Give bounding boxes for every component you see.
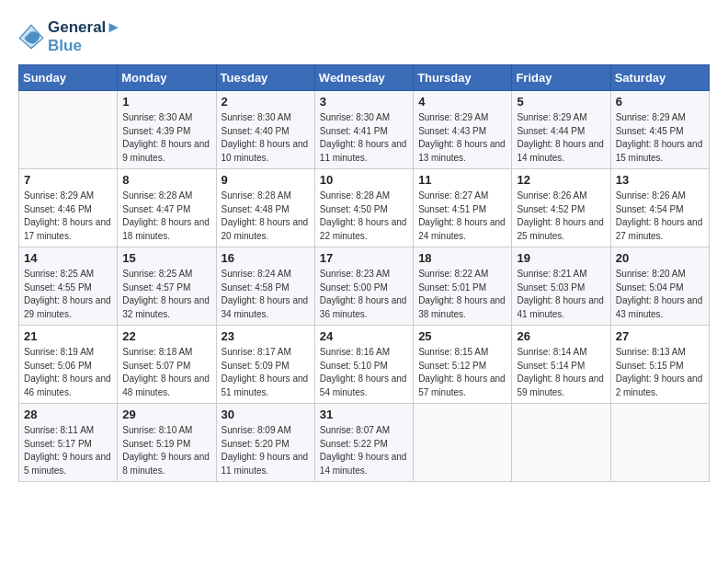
day-cell — [19, 91, 118, 169]
day-cell: 10 Sunrise: 8:28 AM Sunset: 4:50 PM Dayl… — [314, 169, 413, 247]
sunrise-label: Sunrise: 8:28 AM — [320, 190, 390, 201]
daylight-label: Daylight: 8 hours and 10 minutes. — [222, 139, 309, 163]
sunset-label: Sunset: 4:41 PM — [320, 126, 388, 136]
sunset-label: Sunset: 5:12 PM — [418, 361, 486, 371]
day-number: 24 — [320, 329, 408, 343]
sunrise-label: Sunrise: 8:10 AM — [122, 425, 192, 435]
sunset-label: Sunset: 5:22 PM — [320, 439, 388, 449]
day-detail: Sunrise: 8:26 AM Sunset: 4:52 PM Dayligh… — [517, 190, 605, 243]
day-cell: 25 Sunrise: 8:15 AM Sunset: 5:12 PM Dayl… — [414, 326, 512, 404]
week-row-5: 28 Sunrise: 8:11 AM Sunset: 5:17 PM Dayl… — [19, 404, 710, 482]
day-detail: Sunrise: 8:28 AM Sunset: 4:50 PM Dayligh… — [320, 190, 408, 243]
day-detail: Sunrise: 8:14 AM Sunset: 5:14 PM Dayligh… — [517, 346, 605, 399]
sunrise-label: Sunrise: 8:30 AM — [320, 112, 390, 122]
daylight-label: Daylight: 9 hours and 8 minutes. — [122, 452, 210, 476]
day-cell: 23 Sunrise: 8:17 AM Sunset: 5:09 PM Dayl… — [216, 326, 314, 404]
day-cell: 31 Sunrise: 8:07 AM Sunset: 5:22 PM Dayl… — [314, 404, 413, 482]
day-detail: Sunrise: 8:25 AM Sunset: 4:57 PM Dayligh… — [122, 268, 210, 321]
day-cell: 4 Sunrise: 8:29 AM Sunset: 4:43 PM Dayli… — [414, 91, 512, 169]
daylight-label: Daylight: 8 hours and 34 minutes. — [222, 295, 309, 319]
day-cell: 5 Sunrise: 8:29 AM Sunset: 4:44 PM Dayli… — [512, 91, 610, 169]
sunset-label: Sunset: 5:14 PM — [517, 361, 585, 371]
sunset-label: Sunset: 4:58 PM — [222, 282, 290, 293]
header-sunday: Sunday — [19, 65, 118, 91]
daylight-label: Daylight: 8 hours and 32 minutes. — [122, 295, 210, 319]
day-detail: Sunrise: 8:28 AM Sunset: 4:48 PM Dayligh… — [222, 190, 310, 243]
daylight-label: Daylight: 9 hours and 14 minutes. — [320, 452, 407, 476]
sunrise-label: Sunrise: 8:30 AM — [122, 112, 192, 122]
day-detail: Sunrise: 8:29 AM Sunset: 4:45 PM Dayligh… — [616, 111, 704, 165]
sunrise-label: Sunrise: 8:26 AM — [616, 190, 686, 201]
daylight-label: Daylight: 8 hours and 13 minutes. — [418, 139, 506, 163]
day-detail: Sunrise: 8:30 AM Sunset: 4:39 PM Dayligh… — [122, 111, 210, 165]
day-cell: 19 Sunrise: 8:21 AM Sunset: 5:03 PM Dayl… — [512, 247, 610, 326]
day-cell: 20 Sunrise: 8:20 AM Sunset: 5:04 PM Dayl… — [610, 247, 709, 326]
daylight-label: Daylight: 8 hours and 20 minutes. — [222, 217, 309, 241]
sunrise-label: Sunrise: 8:14 AM — [517, 347, 586, 357]
day-detail: Sunrise: 8:13 AM Sunset: 5:15 PM Dayligh… — [616, 346, 704, 399]
day-cell: 8 Sunrise: 8:28 AM Sunset: 4:47 PM Dayli… — [118, 169, 216, 247]
day-detail: Sunrise: 8:27 AM Sunset: 4:51 PM Dayligh… — [418, 190, 506, 243]
day-number: 10 — [320, 173, 408, 187]
sunset-label: Sunset: 5:07 PM — [122, 361, 190, 371]
sunrise-label: Sunrise: 8:09 AM — [222, 425, 291, 435]
day-cell: 18 Sunrise: 8:22 AM Sunset: 5:01 PM Dayl… — [414, 247, 512, 326]
day-number: 31 — [320, 408, 408, 421]
sunset-label: Sunset: 5:04 PM — [616, 282, 684, 293]
day-detail: Sunrise: 8:19 AM Sunset: 5:06 PM Dayligh… — [24, 346, 112, 399]
day-cell: 24 Sunrise: 8:16 AM Sunset: 5:10 PM Dayl… — [314, 326, 413, 404]
sunrise-label: Sunrise: 8:22 AM — [418, 269, 488, 279]
week-row-2: 7 Sunrise: 8:29 AM Sunset: 4:46 PM Dayli… — [19, 169, 710, 247]
day-detail: Sunrise: 8:10 AM Sunset: 5:19 PM Dayligh… — [122, 424, 210, 477]
daylight-label: Daylight: 8 hours and 46 minutes. — [24, 373, 111, 397]
day-cell: 2 Sunrise: 8:30 AM Sunset: 4:40 PM Dayli… — [216, 91, 314, 169]
daylight-label: Daylight: 8 hours and 59 minutes. — [517, 373, 604, 397]
logo-icon — [18, 24, 44, 50]
sunrise-label: Sunrise: 8:19 AM — [24, 347, 94, 357]
day-detail: Sunrise: 8:21 AM Sunset: 5:03 PM Dayligh… — [517, 268, 605, 321]
day-cell — [414, 404, 512, 482]
sunrise-label: Sunrise: 8:13 AM — [616, 347, 686, 357]
sunset-label: Sunset: 5:10 PM — [320, 361, 388, 371]
sunset-label: Sunset: 4:40 PM — [222, 126, 290, 136]
sunset-label: Sunset: 4:57 PM — [122, 282, 190, 293]
daylight-label: Daylight: 8 hours and 48 minutes. — [122, 373, 210, 397]
sunset-label: Sunset: 5:09 PM — [222, 361, 290, 371]
sunrise-label: Sunrise: 8:07 AM — [320, 425, 390, 435]
daylight-label: Daylight: 8 hours and 36 minutes. — [320, 295, 407, 319]
day-number: 20 — [616, 251, 704, 265]
sunset-label: Sunset: 5:17 PM — [24, 439, 92, 449]
sunrise-label: Sunrise: 8:11 AM — [24, 425, 94, 435]
day-cell: 15 Sunrise: 8:25 AM Sunset: 4:57 PM Dayl… — [118, 247, 216, 326]
day-cell: 9 Sunrise: 8:28 AM Sunset: 4:48 PM Dayli… — [216, 169, 314, 247]
day-number: 12 — [517, 173, 605, 187]
day-number: 29 — [122, 408, 210, 421]
day-detail: Sunrise: 8:11 AM Sunset: 5:17 PM Dayligh… — [24, 424, 112, 477]
day-cell: 30 Sunrise: 8:09 AM Sunset: 5:20 PM Dayl… — [216, 404, 314, 482]
day-number: 21 — [24, 329, 112, 343]
sunset-label: Sunset: 5:00 PM — [320, 282, 388, 293]
day-number: 18 — [418, 251, 506, 265]
sunset-label: Sunset: 4:39 PM — [122, 126, 190, 136]
day-number: 23 — [222, 329, 310, 343]
sunset-label: Sunset: 4:44 PM — [517, 126, 585, 136]
day-cell: 28 Sunrise: 8:11 AM Sunset: 5:17 PM Dayl… — [19, 404, 118, 482]
day-detail: Sunrise: 8:25 AM Sunset: 4:55 PM Dayligh… — [24, 268, 112, 321]
daylight-label: Daylight: 8 hours and 38 minutes. — [418, 295, 506, 319]
sunrise-label: Sunrise: 8:29 AM — [418, 112, 488, 122]
day-number: 26 — [517, 329, 605, 343]
sunset-label: Sunset: 5:06 PM — [24, 361, 92, 371]
day-detail: Sunrise: 8:29 AM Sunset: 4:46 PM Dayligh… — [24, 190, 112, 243]
sunset-label: Sunset: 4:43 PM — [418, 126, 486, 136]
day-number: 30 — [222, 408, 310, 421]
day-detail: Sunrise: 8:24 AM Sunset: 4:58 PM Dayligh… — [222, 268, 310, 321]
sunrise-label: Sunrise: 8:18 AM — [122, 347, 192, 357]
header-friday: Friday — [512, 65, 610, 91]
day-number: 28 — [24, 408, 112, 421]
day-detail: Sunrise: 8:15 AM Sunset: 5:12 PM Dayligh… — [418, 346, 506, 399]
day-number: 15 — [122, 251, 210, 265]
day-number: 7 — [24, 173, 112, 187]
daylight-label: Daylight: 8 hours and 14 minutes. — [517, 139, 604, 163]
sunrise-label: Sunrise: 8:26 AM — [517, 190, 586, 201]
sunrise-label: Sunrise: 8:29 AM — [517, 112, 586, 122]
